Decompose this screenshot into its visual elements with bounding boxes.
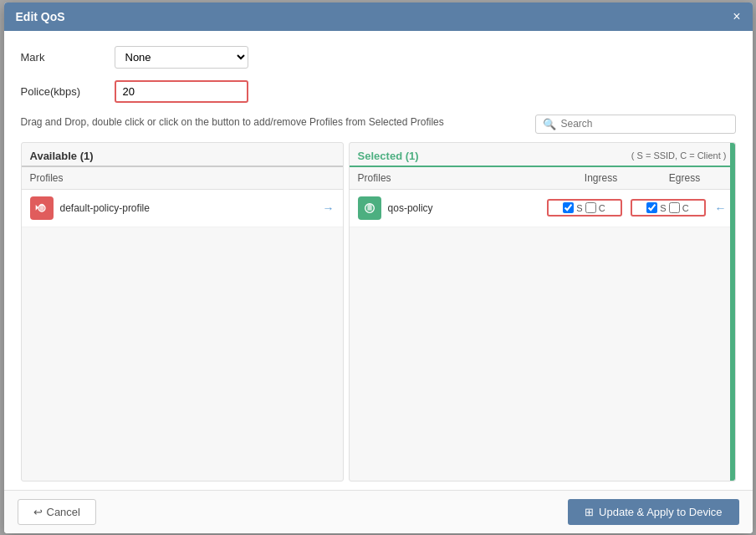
drag-drop-section: Drag and Drop, double click or click on … [21,115,736,482]
move-right-icon[interactable]: → [323,201,335,215]
modal-overlay: Edit QoS × Mark None DSCP 802.1p Police(… [0,0,756,535]
modal-footer: ↩ Cancel ⊞ Update & Apply to Device [4,490,753,533]
selected-panel: Selected (1) ( S = SSID, C = Client ) Pr… [349,142,736,482]
edit-qos-modal: Edit QoS × Mark None DSCP 802.1p Police(… [4,3,753,533]
police-row: Police(kbps) [21,80,736,103]
modal-body: Mark None DSCP 802.1p Police(kbps) Drag … [4,31,753,490]
egress-c-label: C [682,203,689,213]
close-button[interactable]: × [733,10,740,23]
profile-name: default-policy-profile [60,202,316,214]
mark-label: Mark [21,51,105,64]
egress-cell: S C [626,199,710,217]
profile-icon-red [30,196,54,220]
egress-checkbox-group: S C [631,199,706,217]
col-header-egress: Egress [643,172,727,184]
search-icon: 🔍 [543,118,556,130]
ingress-c-label: C [599,203,605,213]
selected-profile-name: qos-policy [388,202,543,214]
selected-profile-info: qos-policy [358,196,543,220]
egress-s-checkbox[interactable] [646,202,657,213]
drag-drop-text: Drag and Drop, double click or click on … [21,115,444,130]
search-box[interactable]: 🔍 [535,115,736,134]
available-panel: Available (1) Profiles [21,142,344,482]
update-icon: ⊞ [585,506,594,518]
modal-header: Edit QoS × [4,3,753,31]
selected-panel-title: Selected (1) [358,150,419,162]
selected-column-headers: Profiles Ingress Egress [350,167,735,190]
modal-title: Edit QoS [16,10,65,23]
update-label: Update & Apply to Device [599,506,722,518]
egress-c-checkbox[interactable] [669,202,680,213]
cancel-label: Cancel [47,506,80,518]
ingress-cell: S C [543,199,626,217]
remove-arrow-icon[interactable]: ← [715,201,727,215]
update-apply-button[interactable]: ⊞ Update & Apply to Device [568,499,738,525]
drag-drop-header: Drag and Drop, double click or click on … [21,115,736,134]
ingress-s-checkbox[interactable] [563,202,574,213]
profiles-container: Available (1) Profiles [21,142,736,482]
selected-panel-body: qos-policy S C [350,190,735,481]
police-label: Police(kbps) [21,85,105,98]
col-header-ingress: Ingress [559,172,643,184]
ingress-c-checkbox[interactable] [585,202,596,213]
ingress-checkbox-group: S C [547,199,622,217]
available-title: Available (1) [22,143,343,167]
cancel-button[interactable]: ↩ Cancel [18,499,96,525]
list-item[interactable]: default-policy-profile → [22,190,343,227]
mark-select[interactable]: None DSCP 802.1p [115,46,248,69]
available-panel-body: default-policy-profile → [22,190,343,481]
cancel-icon: ↩ [33,506,43,518]
egress-s-label: S [660,203,666,213]
profile-icon-green [358,196,381,220]
police-input[interactable] [115,80,248,103]
available-col-header: Profiles [22,167,343,190]
mark-row: Mark None DSCP 802.1p [21,46,736,69]
ingress-s-label: S [576,203,582,213]
col-header-profiles: Profiles [358,172,559,184]
scrollbar-indicator [730,143,735,481]
search-input[interactable] [561,118,728,130]
sc-legend: ( S = SSID, C = Client ) [631,150,727,160]
table-row: qos-policy S C [350,190,735,227]
selected-title-row: Selected (1) ( S = SSID, C = Client ) [350,143,735,167]
